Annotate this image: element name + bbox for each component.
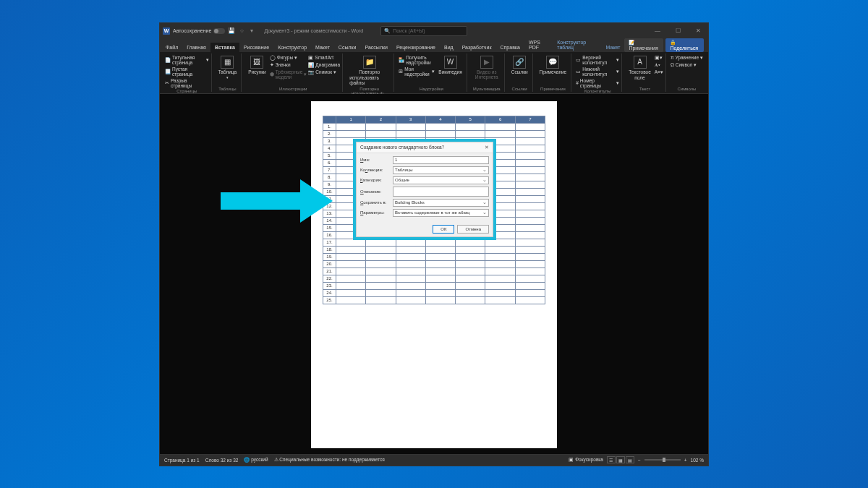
group-label: Иллюстрации xyxy=(246,87,340,91)
ok-button[interactable]: ОК xyxy=(433,225,454,234)
name-input[interactable]: 1 xyxy=(393,156,489,164)
page-indicator[interactable]: Страница 1 из 1 xyxy=(164,458,200,463)
minimize-button[interactable]: — xyxy=(650,27,665,34)
symbol-button[interactable]: Ω Символ ▾ xyxy=(671,61,703,69)
web-layout-icon[interactable]: ▤ xyxy=(626,456,634,463)
group-label: Символы xyxy=(671,87,703,91)
page-number-button[interactable]: # Номер страницы ▾ xyxy=(576,77,619,89)
desc-input[interactable] xyxy=(393,187,489,197)
dialog-help-icon[interactable]: ? xyxy=(442,145,445,150)
maximize-button[interactable]: ☐ xyxy=(671,27,685,34)
online-video-button[interactable]: ▶Видео из Интернета xyxy=(472,54,502,81)
tab-help[interactable]: Справка xyxy=(496,43,524,52)
pictures-button[interactable]: 🖼Рисунки xyxy=(246,54,268,80)
tab-insert[interactable]: Вставка xyxy=(210,43,239,52)
dialog-buttons: ОК Отмена xyxy=(357,222,493,236)
screenshot-button[interactable]: 📷 Снимок ▾ xyxy=(308,69,340,76)
footer-button[interactable]: ▭ Нижний колонтитул ▾ xyxy=(576,66,619,77)
zoom-out-icon[interactable]: − xyxy=(638,458,641,463)
picture-icon: 🖼 xyxy=(250,56,263,69)
blank-page-button[interactable]: 📃 Пустая страница xyxy=(165,66,209,77)
word-window: W Автосохранение 💾 ○ ▾ Документ3 - режим… xyxy=(159,22,709,466)
tab-home[interactable]: Главная xyxy=(182,43,210,52)
wikipedia-button[interactable]: WВикипедия xyxy=(436,54,464,77)
smartart-button[interactable]: ▣ SmartArt xyxy=(308,54,340,61)
quickparts-button[interactable]: ▣▾ xyxy=(655,54,663,61)
3d-models-button[interactable]: ⬢ Трёхмерные модели ▾ xyxy=(270,69,307,80)
zoom-in-icon[interactable]: + xyxy=(684,458,687,463)
icons-button[interactable]: ✦ Значки xyxy=(270,61,307,69)
focus-button[interactable]: ▣ Фокусировка xyxy=(569,457,603,463)
tab-draw[interactable]: Рисование xyxy=(239,43,273,52)
group-label: Колонтитулы xyxy=(576,89,619,93)
dropdown-icon[interactable]: ▾ xyxy=(248,27,255,35)
chart-button[interactable]: 📊 Диаграмма xyxy=(308,61,340,69)
dialog-close-icon[interactable]: ✕ xyxy=(485,145,489,150)
dropcap-button[interactable]: A≡▾ xyxy=(655,69,663,76)
page-break-button[interactable]: ✂ Разрыв страницы xyxy=(165,77,209,89)
header-button[interactable]: ▭ Верхний колонтитул ▾ xyxy=(576,54,619,66)
tab-wps[interactable]: WPS PDF xyxy=(524,38,553,52)
equation-button[interactable]: π Уравнение ▾ xyxy=(671,54,703,61)
tab-review[interactable]: Рецензирование xyxy=(392,43,440,52)
tab-dev[interactable]: Разработчик xyxy=(458,43,496,52)
shapes-button[interactable]: ◯ Фигуры ▾ xyxy=(270,54,307,61)
zoom-level[interactable]: 102 % xyxy=(691,458,704,463)
my-addins-button[interactable]: ⊞ Мои надстройки ▾ xyxy=(399,66,435,77)
word-icon: W xyxy=(163,27,170,35)
savein-select[interactable]: Building Blocks xyxy=(393,199,489,207)
video-icon: ▶ xyxy=(480,56,493,69)
word-count[interactable]: Слово 32 из 32 xyxy=(205,458,239,463)
circle-icon[interactable]: ○ xyxy=(238,27,245,35)
tab-layout[interactable]: Макет xyxy=(311,43,334,52)
comment-button[interactable]: 💬Примечание xyxy=(537,54,569,76)
autosave-toggle[interactable] xyxy=(213,28,225,34)
wordart-button[interactable]: 𝐀▾ xyxy=(655,61,663,69)
cancel-button[interactable]: Отмена xyxy=(457,225,489,234)
tab-table-design[interactable]: Конструктор таблиц xyxy=(553,38,601,52)
group-label: Примечания xyxy=(537,87,569,91)
category-select[interactable]: Общие xyxy=(393,176,489,184)
accessibility-indicator[interactable]: ⚠ Специальные возможности: не поддержива… xyxy=(274,457,385,463)
tab-table-layout[interactable]: Макет xyxy=(602,43,625,52)
table-button[interactable]: ▦Таблица▾ xyxy=(216,54,239,81)
group-pages: 📄 Титульная страница ▾ 📃 Пустая страница… xyxy=(163,53,212,92)
get-addins-button[interactable]: 🏪 Получить надстройки xyxy=(399,54,435,66)
share-button[interactable]: 🔒 Поделиться xyxy=(665,38,704,52)
group-symbols: π Уравнение ▾ Ω Символ ▾ Символы xyxy=(668,53,705,92)
reuse-icon: 📁 xyxy=(363,56,376,69)
save-icon[interactable]: 💾 xyxy=(228,27,235,35)
lang-indicator[interactable]: 🌐 русский xyxy=(244,457,268,463)
read-mode-icon[interactable]: ☰ xyxy=(607,456,616,463)
tab-refs[interactable]: Ссылки xyxy=(334,43,361,52)
tab-view[interactable]: Вид xyxy=(440,43,458,52)
group-label: Мультимедиа xyxy=(472,87,502,91)
desc-label: Описание: xyxy=(360,189,391,194)
tab-file[interactable]: Файл xyxy=(161,43,182,52)
title-page-button[interactable]: 📄 Титульная страница ▾ xyxy=(165,54,209,66)
textbox-button[interactable]: AТекстовоеполе xyxy=(626,54,653,82)
links-button[interactable]: 🔗Ссылки xyxy=(509,54,530,76)
group-label: Текст xyxy=(626,87,663,91)
group-illustrations: 🖼Рисунки ◯ Фигуры ▾ ✦ Значки ⬢ Трёхмерны… xyxy=(244,53,343,92)
close-button[interactable]: ✕ xyxy=(691,27,705,34)
comments-button[interactable]: 📝 Примечания xyxy=(624,38,663,52)
group-label: Таблицы xyxy=(216,87,239,91)
options-select[interactable]: Вставить содержимое в тот же абзац xyxy=(393,209,489,217)
group-label: Надстройки xyxy=(399,87,464,91)
reuse-files-button[interactable]: 📁Повторноиспользовать файлы xyxy=(347,54,391,87)
search-input[interactable]: 🔍 Поиск (Alt+Ы) xyxy=(380,26,467,36)
titlebar: W Автосохранение 💾 ○ ▾ Документ3 - режим… xyxy=(160,23,708,39)
zoom-slider[interactable] xyxy=(644,459,681,461)
dialog-titlebar: Создание нового стандартного блока ? ✕ xyxy=(357,142,493,153)
print-layout-icon[interactable]: ▦ xyxy=(616,456,625,463)
group-addins: 🏪 Получить надстройки ⊞ Мои надстройки ▾… xyxy=(396,53,467,92)
page: 12345671.2.3.4.5.6.7.8.9.10.11.12.13.14.… xyxy=(311,101,557,448)
document-area[interactable]: 12345671.2.3.4.5.6.7.8.9.10.11.12.13.14.… xyxy=(160,94,708,454)
name-label: Имя: xyxy=(360,158,391,162)
group-media: ▶Видео из Интернета Мультимедиа xyxy=(469,53,505,92)
tab-mail[interactable]: Рассылки xyxy=(361,43,392,52)
gallery-select[interactable]: Таблицы xyxy=(393,166,489,174)
ribbon-tabs: Файл Главная Вставка Рисование Конструкт… xyxy=(160,39,708,52)
tab-design[interactable]: Конструктор xyxy=(273,43,311,52)
